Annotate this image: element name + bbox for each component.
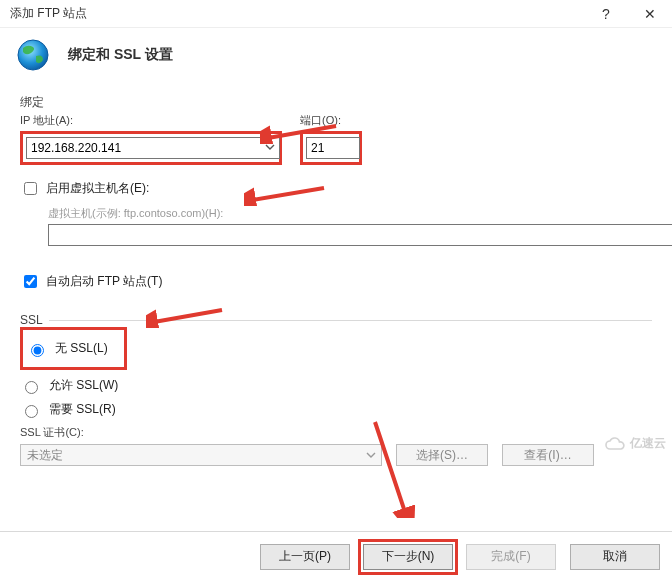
window-title: 添加 FTP 站点 — [10, 5, 584, 22]
binding-section-label: 绑定 — [20, 94, 652, 111]
ssl-require-label: 需要 SSL(R) — [49, 401, 116, 418]
ip-address-label: IP 地址(A): — [20, 113, 282, 128]
ssl-allow-label: 允许 SSL(W) — [49, 377, 118, 394]
titlebar: 添加 FTP 站点 ? ✕ — [0, 0, 672, 28]
autostart-label: 自动启动 FTP 站点(T) — [46, 273, 162, 290]
ssl-none-label: 无 SSL(L) — [55, 340, 108, 357]
watermark-text: 亿速云 — [630, 435, 666, 452]
ssl-none-radio[interactable] — [31, 344, 44, 357]
watermark: 亿速云 — [604, 435, 666, 452]
ssl-group: SSL 无 SSL(L) 允许 SSL(W) 需要 SSL(R) SSL 证书(… — [20, 313, 652, 466]
globe-icon — [16, 38, 50, 72]
prev-button[interactable]: 上一页(P) — [260, 544, 350, 570]
vhost-example-label: 虚拟主机(示例: ftp.contoso.com)(H): — [48, 206, 652, 221]
ssl-highlight-box: 无 SSL(L) — [20, 327, 127, 370]
vhost-input — [48, 224, 672, 246]
svg-point-0 — [18, 40, 48, 70]
enable-vhost-label: 启用虚拟主机名(E): — [46, 180, 149, 197]
chevron-down-icon — [365, 449, 377, 464]
ssl-allow-radio[interactable] — [25, 381, 38, 394]
view-cert-button[interactable]: 查看(I)… — [502, 444, 594, 466]
ssl-require-radio[interactable] — [25, 405, 38, 418]
autostart-checkbox[interactable] — [24, 275, 37, 288]
ip-address-input[interactable] — [26, 137, 280, 159]
close-button[interactable]: ✕ — [628, 0, 672, 28]
ip-address-combo[interactable] — [26, 137, 280, 159]
enable-vhost-checkbox[interactable] — [24, 182, 37, 195]
dialog-footer: 上一页(P) 下一步(N) 完成(F) 取消 — [0, 531, 672, 581]
help-button[interactable]: ? — [584, 0, 628, 28]
ssl-cert-label: SSL 证书(C): — [20, 425, 652, 440]
port-label: 端口(O): — [300, 113, 362, 128]
cancel-button[interactable]: 取消 — [570, 544, 660, 570]
finish-button: 完成(F) — [466, 544, 556, 570]
form-body: 绑定 IP 地址(A): 端口(O): 启用虚拟主机名(E): 虚拟主机(示例:… — [0, 80, 672, 540]
ssl-cert-select[interactable]: 未选定 — [20, 444, 382, 466]
ip-highlight-box — [20, 131, 282, 165]
ssl-cert-value: 未选定 — [27, 447, 63, 464]
port-input[interactable] — [306, 137, 360, 159]
select-cert-button[interactable]: 选择(S)… — [396, 444, 488, 466]
dialog-header: 绑定和 SSL 设置 — [0, 28, 672, 80]
cloud-icon — [604, 437, 626, 451]
port-highlight-box — [300, 131, 362, 165]
ssl-legend: SSL — [20, 313, 49, 327]
next-highlight-box: 下一步(N) — [358, 539, 458, 575]
page-title: 绑定和 SSL 设置 — [68, 46, 173, 64]
next-button[interactable]: 下一步(N) — [363, 544, 453, 570]
